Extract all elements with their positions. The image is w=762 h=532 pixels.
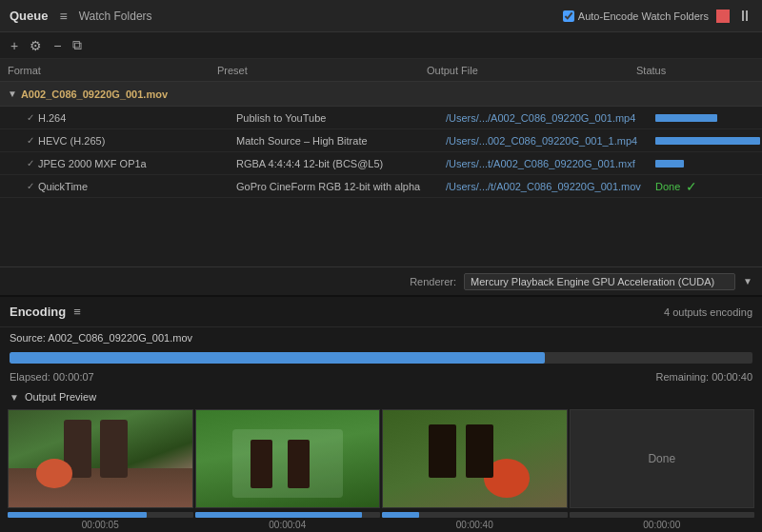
preview-thumb-3 [382,409,568,508]
format-check-icon: ✓ [27,135,34,146]
queue-title: Queue [10,9,48,23]
pause-button[interactable]: ⏸ [737,9,752,24]
duplicate-button[interactable]: ⧉ [70,37,85,53]
column-headers: Format Preset Output File Status [0,59,762,82]
col-status: Status [636,65,754,76]
bottom-section: Encoding ≡ 4 outputs encoding Source: A0… [0,295,762,532]
output-cell: /Users/.../t/A002_C086_09220G_001.mov [446,181,655,192]
preview-row: 00:00:05 00:00:04 [0,407,762,532]
preview-chevron-icon: ▼ [10,392,19,403]
preset-cell: Match Source – High Bitrate [236,135,446,147]
main-progress-container [0,348,762,367]
preview-progress-track-2 [195,512,381,518]
renderer-row: Renderer: Mercury Playback Engine GPU Ac… [0,266,762,295]
format-name: H.264 [38,112,66,124]
queue-group: ▼ A002_C086_09220G_001.mov ✓ H.264 Publi… [0,82,762,198]
preset-cell: RGBA 4:4:4:4 12-bit (BCS@L5) [236,158,446,169]
renderer-dropdown-icon: ▼ [743,276,752,286]
preview-progress-track-4 [570,512,755,518]
watch-folders-button[interactable]: Watch Folders [79,10,152,23]
preview-progress-track-1 [8,512,193,518]
output-preview-header: ▼ Output Preview [0,386,762,407]
preview-item: 00:00:05 [8,409,193,530]
queue-body: ▼ A002_C086_09220G_001.mov ✓ H.264 Publi… [0,82,762,266]
toolbar: + ⚙ − ⧉ [0,32,762,59]
format-check-icon: ✓ [27,181,34,191]
preview-time-1: 00:00:05 [8,520,193,530]
stop-button[interactable] [716,10,730,23]
done-check-icon: ✓ [686,179,697,194]
preview-time-2: 00:00:04 [195,520,381,530]
group-header[interactable]: ▼ A002_C086_09220G_001.mov [0,82,762,107]
output-cell: /Users/...002_C086_09220G_001_1.mp4 [446,135,655,147]
queue-item[interactable]: ✓ QuickTime GoPro CineForm RGB 12-bit wi… [0,175,762,198]
preset-cell: GoPro CineForm RGB 12-bit with alpha [236,181,446,192]
main-progress-track [10,352,752,364]
group-chevron-icon: ▼ [8,89,17,99]
preview-thumb-1 [8,409,193,508]
encoding-header: Encoding ≡ 4 outputs encoding [0,297,762,327]
settings-button[interactable]: ⚙ [27,38,45,53]
encoding-menu-icon[interactable]: ≡ [73,305,81,319]
preview-time-4: 00:00:00 [570,520,755,530]
group-title-text: A002_C086_09220G_001.mov [21,89,168,100]
preview-progress-fill-2 [195,512,362,518]
preview-item: 00:00:40 [382,409,568,530]
item-progress-bar [655,114,717,122]
preview-time-3: 00:00:40 [382,520,568,530]
add-button[interactable]: + [8,38,21,53]
auto-encode-checkbox[interactable] [563,10,574,22]
preview-thumb-2 [195,409,381,508]
auto-encode-label: Auto-Encode Watch Folders [563,10,709,22]
preview-progress-track-3 [382,512,568,518]
status-cell [655,160,754,167]
item-progress-bar [655,160,684,167]
queue-menu-icon[interactable]: ≡ [59,9,67,24]
elapsed-label: Elapsed: 00:00:07 [10,371,94,383]
col-preset: Preset [217,65,427,76]
output-cell: /Users/.../A002_C086_09220G_001.mp4 [446,112,655,124]
source-row: Source: A002_C086_09220G_001.mov [0,327,762,348]
output-preview-label: Output Preview [25,391,96,403]
remaining-label: Remaining: 00:00:40 [655,371,752,383]
preview-item: Done 00:00:00 [570,409,755,530]
format-name: HEVC (H.265) [38,135,105,147]
done-preview: Done [571,410,754,507]
preview-progress-fill-3 [382,512,419,518]
remove-button[interactable]: − [50,38,64,53]
time-row: Elapsed: 00:00:07 Remaining: 00:00:40 [0,367,762,386]
main-progress-fill [10,352,545,364]
preview-thumb-4: Done [570,409,755,508]
format-check-icon: ✓ [27,112,34,123]
status-cell: Done ✓ [655,179,754,194]
preset-cell: Publish to YouTube [236,112,446,124]
done-label: Done [655,181,680,192]
outputs-encoding: 4 outputs encoding [664,306,752,318]
status-cell [655,137,760,145]
col-format: Format [8,65,217,76]
encoding-title-text: Encoding [10,305,66,319]
format-name: JPEG 2000 MXF OP1a [38,158,147,169]
format-name: QuickTime [38,181,88,192]
status-cell [655,114,754,122]
header-bar: Queue ≡ Watch Folders Auto-Encode Watch … [0,0,762,32]
col-output: Output File [427,65,636,76]
format-check-icon: ✓ [27,158,34,168]
queue-item[interactable]: ✓ JPEG 2000 MXF OP1a RGBA 4:4:4:4 12-bit… [0,152,762,175]
item-progress-bar [655,137,760,145]
preview-item: 00:00:04 [195,409,381,530]
preview-progress-fill-1 [8,512,147,518]
output-cell: /Users/...t/A002_C086_09220G_001.mxf [446,158,655,169]
queue-item[interactable]: ✓ HEVC (H.265) Match Source – High Bitra… [0,129,762,152]
source-label: Source: A002_C086_09220G_001.mov [10,332,192,344]
renderer-select[interactable]: Mercury Playback Engine GPU Acceleration… [464,273,735,290]
queue-item[interactable]: ✓ H.264 Publish to YouTube /Users/.../A0… [0,107,762,129]
renderer-label: Renderer: [410,276,456,287]
